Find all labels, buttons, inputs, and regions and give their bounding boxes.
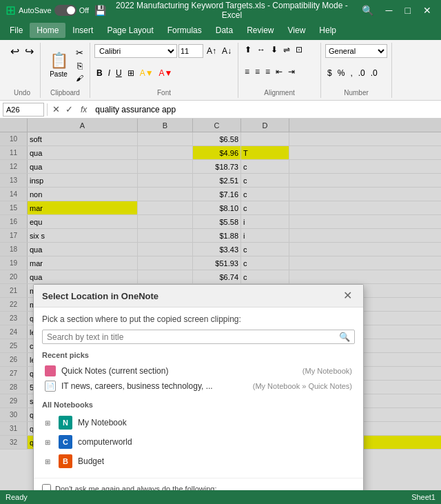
clipboard-label: Clipboard [50, 88, 80, 97]
font-label: Font [94, 88, 234, 97]
format-painter-button[interactable]: 🖌 [74, 73, 85, 83]
all-notebooks-section: All Notebooks ⊞ N My Notebook ⊞ C comput… [42, 401, 355, 471]
number-row1: General [325, 44, 387, 58]
quick-notes-icon [45, 365, 56, 376]
undo-section: ↩ ↪ Undo [4, 43, 41, 98]
decimal-decrease-button[interactable]: .0 [369, 68, 380, 79]
ribbon: ↩ ↪ Undo 📋 Paste ✂ ⎘ 🖌 Clipboard [0, 40, 441, 101]
align-row2: ≡ ≡ ≡ ⇤ ⇥ [243, 66, 316, 77]
undo-label: Undo [14, 88, 30, 97]
comma-button[interactable]: , [348, 68, 354, 79]
close-button[interactable]: ✕ [419, 5, 435, 16]
paste-button[interactable]: 📋 Paste [45, 50, 72, 79]
recent-pick-location: (My Notebook) [302, 367, 352, 375]
fx-label: fx [78, 105, 90, 114]
number-section: General $ % , .0 .0 Number [321, 43, 392, 98]
expand-icon: ⊞ [45, 458, 53, 465]
menu-formulas[interactable]: Formulas [161, 23, 209, 38]
maximize-button[interactable]: □ [401, 5, 415, 16]
copy-button[interactable]: ⎘ [74, 60, 85, 72]
autosave-toggle[interactable] [54, 5, 76, 16]
fill-color-button[interactable]: A▼ [138, 68, 156, 79]
budget-icon: B [59, 454, 72, 468]
formula-input[interactable] [92, 104, 438, 115]
font-decrease-button[interactable]: A↓ [220, 46, 234, 57]
notebook-item[interactable]: ⊞ C computerworld [42, 432, 355, 452]
status-bar: Ready Sheet1 [0, 490, 441, 504]
border-button[interactable]: ⊞ [125, 68, 136, 79]
menu-review[interactable]: Review [240, 23, 280, 38]
number-format-select[interactable]: General [325, 44, 387, 58]
menu-bar: File Home Insert Page Layout Formulas Da… [0, 21, 441, 40]
align-center-button[interactable]: ≡ [253, 66, 262, 77]
notebook-item[interactable]: ⊞ B Budget [42, 452, 355, 471]
select-location-dialog: Select Location in OneNote ✕ Pick a sect… [33, 284, 364, 490]
redo-button[interactable]: ↪ [23, 44, 36, 59]
font-size-input[interactable] [178, 44, 203, 58]
font-increase-button[interactable]: A↑ [205, 46, 218, 57]
dialog-subtitle: Pick a section where to put the copied s… [42, 314, 355, 324]
excel-icon: ⊞ [6, 3, 16, 18]
save-icon[interactable]: 💾 [94, 5, 106, 16]
window-title: 2022 Manufacturing Keyword Targets.xls -… [112, 1, 351, 20]
align-left-button[interactable]: ≡ [243, 66, 252, 77]
paste-label: Paste [50, 70, 68, 78]
cancel-formula-icon[interactable]: ✕ [50, 104, 62, 114]
wrap-text-button[interactable]: ⇌ [281, 44, 292, 55]
currency-button[interactable]: $ [325, 68, 334, 79]
recent-pick-location: (My Notebook » Quick Notes) [253, 382, 352, 390]
search-bar: 🔍 [42, 330, 355, 344]
recent-pick-item[interactable]: 📄 IT news, careers, business technology,… [42, 379, 355, 394]
align-middle-button[interactable]: ↔ [255, 44, 267, 55]
notebook-name: computerworld [78, 437, 132, 447]
search-button[interactable]: 🔍 [358, 5, 378, 16]
percent-button[interactable]: % [336, 68, 347, 79]
app-wrapper: ⊞ AutoSave Off 💾 2022 Manufacturing Keyw… [0, 0, 441, 504]
menu-home[interactable]: Home [30, 23, 65, 38]
underline-button[interactable]: U [114, 68, 124, 79]
notebook-name: Budget [78, 456, 104, 466]
search-icon: 🔍 [339, 332, 350, 342]
font-row2: B I U ⊞ A▼ A▼ [94, 68, 234, 79]
alignment-label: Alignment [243, 88, 316, 97]
align-bottom-button[interactable]: ⬇ [269, 44, 280, 55]
window-controls: 🔍 ─ □ ✕ [358, 5, 435, 16]
formula-icons: ✕ ✓ [50, 104, 75, 114]
menu-view[interactable]: View [281, 23, 313, 38]
notebook-name: My Notebook [78, 418, 127, 427]
dialog-header: Select Location in OneNote ✕ [34, 285, 363, 308]
menu-file[interactable]: File [3, 23, 30, 38]
recent-pick-item[interactable]: Quick Notes (current section) (My Notebo… [42, 363, 355, 379]
undo-button[interactable]: ↩ [8, 44, 21, 59]
toggle-state: Off [79, 6, 89, 14]
merge-button[interactable]: ⊡ [294, 44, 305, 55]
autosave-label: AutoSave [19, 6, 52, 14]
confirm-formula-icon[interactable]: ✓ [63, 104, 75, 114]
sheet-tab[interactable]: Sheet1 [411, 493, 435, 501]
font-color-button[interactable]: A▼ [157, 68, 175, 79]
align-top-button[interactable]: ⬆ [243, 44, 254, 55]
cell-reference-input[interactable] [3, 103, 44, 117]
cut-button[interactable]: ✂ [74, 47, 85, 59]
menu-page-layout[interactable]: Page Layout [100, 23, 160, 38]
font-family-select[interactable]: Calibri [94, 44, 177, 58]
my-notebook-icon: N [59, 416, 72, 430]
font-row1: Calibri A↑ A↓ [94, 44, 234, 58]
all-notebooks-label: All Notebooks [42, 401, 355, 409]
italic-button[interactable]: I [106, 68, 112, 79]
menu-help[interactable]: Help [312, 23, 343, 38]
menu-insert[interactable]: Insert [65, 23, 100, 38]
indent-increase-button[interactable]: ⇥ [286, 66, 297, 77]
notebook-item[interactable]: ⊞ N My Notebook [42, 413, 355, 432]
bold-button[interactable]: B [94, 68, 105, 79]
indent-decrease-button[interactable]: ⇤ [274, 66, 285, 77]
location-search-input[interactable] [47, 332, 339, 342]
dont-ask-checkbox[interactable] [42, 484, 51, 490]
align-row1: ⬆ ↔ ⬇ ⇌ ⊡ [243, 44, 316, 55]
dialog-close-button[interactable]: ✕ [340, 290, 355, 301]
menu-data[interactable]: Data [209, 23, 240, 38]
app-logo: ⊞ AutoSave Off [6, 3, 89, 18]
align-right-button[interactable]: ≡ [263, 66, 272, 77]
decimal-increase-button[interactable]: .0 [356, 68, 367, 79]
minimize-button[interactable]: ─ [382, 5, 397, 16]
